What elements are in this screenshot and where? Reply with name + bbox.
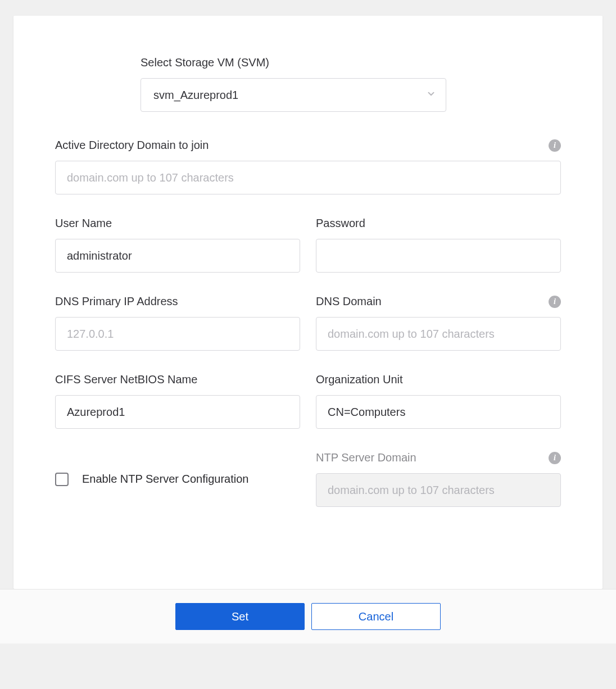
ntp-domain-label: NTP Server Domain [316,451,416,464]
username-input[interactable] [55,239,300,273]
set-button[interactable]: Set [175,603,305,630]
dns-ip-input[interactable] [55,317,300,351]
ntp-domain-input [316,473,561,507]
netbios-label: CIFS Server NetBIOS Name [55,373,300,386]
cancel-button[interactable]: Cancel [311,603,441,630]
svm-selected-value: svm_Azureprod1 [153,89,238,102]
dns-domain-input[interactable] [316,317,561,351]
ad-domain-label: Active Directory Domain to join [55,139,209,152]
ntp-enable-checkbox[interactable] [55,473,69,486]
dns-domain-label: DNS Domain [316,295,382,308]
ntp-enable-label: Enable NTP Server Configuration [82,473,248,486]
dns-ip-label: DNS Primary IP Address [55,295,300,308]
username-label: User Name [55,217,300,230]
password-input[interactable] [316,239,561,273]
ou-label: Organization Unit [316,373,561,386]
netbios-input[interactable] [55,395,300,429]
info-icon[interactable]: i [549,452,561,464]
password-label: Password [316,217,561,230]
svm-select[interactable]: svm_Azureprod1 [141,78,446,112]
ad-domain-input[interactable] [55,161,561,194]
info-icon[interactable]: i [549,139,561,152]
cifs-setup-card: Select Storage VM (SVM) svm_Azureprod1 A… [13,16,603,589]
svm-label: Select Storage VM (SVM) [141,56,446,69]
footer: Set Cancel [0,589,616,643]
ou-input[interactable] [316,395,561,429]
info-icon[interactable]: i [549,296,561,308]
